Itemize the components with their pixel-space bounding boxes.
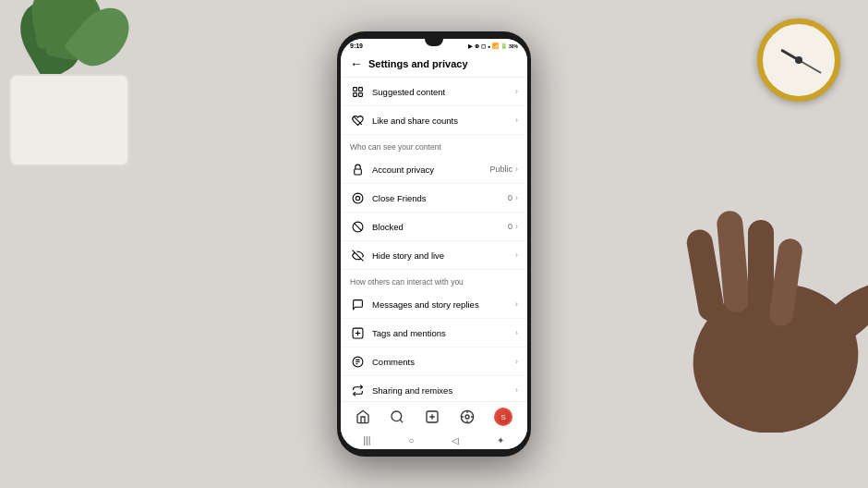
menu-item-blocked[interactable]: Blocked 0 › xyxy=(341,213,527,241)
close-friends-chevron: › xyxy=(515,193,518,202)
sharing-label: Sharing and remixes xyxy=(372,385,515,396)
menu-item-sharing[interactable]: Sharing and remixes › xyxy=(341,376,527,401)
like-share-icon xyxy=(350,113,365,128)
back-button[interactable]: ← xyxy=(350,56,363,71)
sys-nav-assist[interactable]: ✦ xyxy=(497,435,504,445)
svg-point-7 xyxy=(356,196,359,200)
account-privacy-label: Account privacy xyxy=(372,165,489,175)
messages-icon xyxy=(350,297,365,311)
clock-decoration xyxy=(748,9,850,111)
menu-item-close-friends[interactable]: Close Friends 0 › xyxy=(341,184,527,213)
svg-point-6 xyxy=(353,193,363,203)
blocked-value: 0 xyxy=(508,222,512,231)
blocked-label: Blocked xyxy=(372,222,508,232)
status-time: 9:19 xyxy=(350,43,363,49)
nav-profile[interactable]: S xyxy=(494,408,512,426)
hide-story-icon xyxy=(350,248,365,262)
section-how-others: How others can interact with you xyxy=(341,270,527,290)
status-icons: ▶ ⊕ ◻ ● 📶 🔋 30% xyxy=(468,43,518,49)
menu-item-comments[interactable]: Comments › xyxy=(341,348,527,376)
messages-chevron: › xyxy=(515,299,518,309)
menu-item-hide-story[interactable]: Hide story and live › xyxy=(341,241,527,270)
like-share-label: Like and share counts xyxy=(372,116,515,126)
like-share-chevron: › xyxy=(515,116,518,125)
svg-rect-3 xyxy=(358,92,362,96)
tags-label: Tags and mentions xyxy=(372,328,515,338)
bottom-nav: S xyxy=(341,401,527,432)
account-privacy-icon xyxy=(350,162,365,177)
svg-rect-0 xyxy=(353,87,356,91)
nav-home[interactable] xyxy=(356,409,370,424)
sys-nav-back[interactable]: ||| xyxy=(364,435,371,445)
comments-label: Comments xyxy=(372,357,515,367)
sys-nav-home[interactable]: ○ xyxy=(408,435,414,445)
suggested-content-chevron: › xyxy=(515,87,518,96)
comments-chevron: › xyxy=(515,357,518,366)
tags-icon xyxy=(350,325,365,340)
close-friends-value: 0 xyxy=(508,193,512,202)
account-privacy-value: Public xyxy=(489,165,512,174)
menu-item-tags[interactable]: Tags and mentions › xyxy=(341,319,527,348)
menu-item-account-privacy[interactable]: Account privacy Public › xyxy=(341,155,527,184)
menu-item-like-share[interactable]: Like and share counts › xyxy=(341,106,527,135)
blocked-chevron: › xyxy=(515,222,518,231)
svg-rect-31 xyxy=(748,220,774,317)
tags-chevron: › xyxy=(515,328,518,337)
menu-item-suggested-content[interactable]: Suggested content › xyxy=(341,78,527,106)
close-friends-label: Close Friends xyxy=(372,193,508,203)
section-who-can-see: Who can see your content xyxy=(341,135,527,155)
close-friends-icon xyxy=(350,190,365,205)
account-privacy-chevron: › xyxy=(515,165,518,174)
hide-story-label: Hide story and live xyxy=(372,250,515,261)
phone: 9:19 ▶ ⊕ ◻ ● 📶 🔋 30% ← Settings and priv… xyxy=(337,31,531,457)
page-title: Settings and privacy xyxy=(368,58,468,69)
menu-item-messages[interactable]: Messages and story replies › xyxy=(341,290,527,319)
svg-rect-5 xyxy=(354,168,361,174)
sharing-icon xyxy=(350,383,365,397)
phone-screen: 9:19 ▶ ⊕ ◻ ● 📶 🔋 30% ← Settings and priv… xyxy=(341,39,527,449)
sharing-chevron: › xyxy=(515,385,518,395)
suggested-content-icon xyxy=(350,84,365,99)
messages-label: Messages and story replies xyxy=(372,299,515,310)
svg-line-18 xyxy=(400,420,403,422)
hand-decoration xyxy=(609,155,868,433)
app-header: ← Settings and privacy xyxy=(341,51,527,78)
blocked-icon xyxy=(350,219,365,234)
nav-add[interactable] xyxy=(425,409,440,424)
plant-decoration xyxy=(0,0,185,185)
svg-rect-1 xyxy=(358,87,362,91)
svg-line-9 xyxy=(354,223,361,230)
suggested-content-label: Suggested content xyxy=(372,87,515,97)
sys-nav-recents[interactable]: ◁ xyxy=(452,435,459,445)
svg-rect-2 xyxy=(353,92,356,96)
nav-search[interactable] xyxy=(390,409,404,424)
svg-point-17 xyxy=(392,411,402,421)
comments-icon xyxy=(350,354,365,369)
system-nav: ||| ○ ◁ ✦ xyxy=(341,432,527,449)
nav-reels[interactable] xyxy=(460,409,475,424)
svg-point-23 xyxy=(465,415,469,419)
settings-content: Suggested content › Like and share count… xyxy=(341,78,527,401)
hide-story-chevron: › xyxy=(515,250,518,260)
